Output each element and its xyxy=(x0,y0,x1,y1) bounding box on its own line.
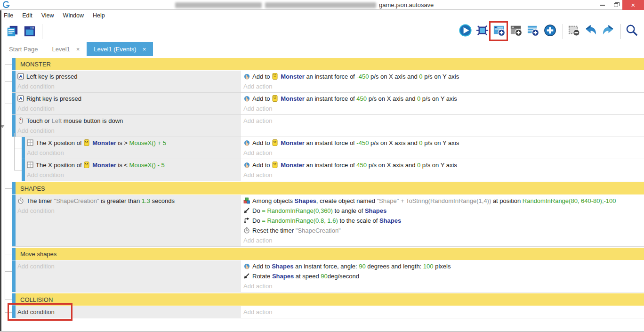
menu-help[interactable]: Help xyxy=(93,12,105,19)
group-header[interactable]: MONSTER xyxy=(16,58,644,70)
redo-button[interactable] xyxy=(600,24,615,40)
condition-line[interactable]: Touch or Left mouse button is down xyxy=(17,116,240,126)
tab-level1-events-[interactable]: Level1 (Events)× xyxy=(87,42,153,56)
tab-close-icon[interactable]: × xyxy=(76,46,80,53)
add-condition-button[interactable]: Add condition xyxy=(17,104,240,113)
debug-button[interactable] xyxy=(475,24,490,40)
redo-icon xyxy=(601,24,615,39)
minimize-button[interactable] xyxy=(596,0,609,10)
expression: 100 xyxy=(423,263,434,270)
action-line[interactable]: Do = RandomInRange(0,360) to angle of Sh… xyxy=(243,206,644,216)
actions-column: Add action xyxy=(241,306,644,318)
condition-line[interactable]: ALeft key is pressed xyxy=(17,72,240,81)
expression: 450 xyxy=(356,95,367,102)
scene-editor-icon[interactable] xyxy=(22,24,37,40)
add-condition-button[interactable]: Add condition xyxy=(27,170,240,180)
event-color-bar xyxy=(12,93,16,114)
svg-text:A: A xyxy=(19,96,23,101)
event-row: ARight key is pressedAdd conditionAdd to… xyxy=(12,93,644,115)
group-header[interactable]: COLLISION xyxy=(16,293,644,306)
timer-icon xyxy=(243,227,250,234)
add-condition-button[interactable]: Add condition xyxy=(17,307,240,317)
monster-object-icon xyxy=(272,73,278,80)
tab-label: Level1 xyxy=(52,46,70,53)
action-line[interactable]: Add to Monster an instant force of 450 p… xyxy=(243,94,644,104)
menu-view[interactable]: View xyxy=(41,12,54,19)
condition-line[interactable]: ARight key is pressed xyxy=(17,94,240,104)
event-color-bar xyxy=(12,248,16,260)
action-line[interactable]: Add to Shapes an instant force, angle: 9… xyxy=(243,261,644,271)
add-action-button[interactable]: Add action xyxy=(243,235,644,245)
add-action-button[interactable]: Add action xyxy=(243,170,644,180)
actions-column: Add action xyxy=(241,115,644,137)
add-action-button[interactable]: Add action xyxy=(243,81,644,91)
group-header[interactable]: SHAPES xyxy=(16,182,644,194)
add-condition-button[interactable]: Add condition xyxy=(17,206,240,216)
toolbar xyxy=(0,21,644,42)
toolbar-separator xyxy=(620,24,621,39)
text: an instant force of xyxy=(305,139,357,146)
force-hand-icon xyxy=(243,139,250,146)
group-header[interactable]: Move shapes xyxy=(16,248,644,260)
object-name: Shapes xyxy=(295,197,316,204)
tab-label: Level1 (Events) xyxy=(94,46,136,53)
action-line[interactable]: Add to Monster an instant force of 450 p… xyxy=(243,160,644,170)
menu-file[interactable]: File xyxy=(4,12,13,19)
add-subevent-button[interactable] xyxy=(508,24,523,40)
add-condition-button[interactable]: Add condition xyxy=(17,81,240,91)
action-line[interactable]: Reset the timer "ShapeCreation" xyxy=(243,226,644,235)
condition-line[interactable]: The timer "ShapeCreation" is greater tha… xyxy=(17,196,240,206)
text: Rotate xyxy=(252,273,272,280)
add-action-button[interactable]: Add action xyxy=(243,307,644,317)
undo-button[interactable] xyxy=(583,24,598,40)
condition-line[interactable]: The X position of Monster is < MouseX() … xyxy=(27,160,240,170)
action-line[interactable]: Rotate Shapes at speed 90deg/second xyxy=(243,271,644,281)
tree-stub xyxy=(14,148,22,148)
menu-edit[interactable]: Edit xyxy=(22,12,32,19)
action-line[interactable]: Add to Monster an instant force of -450 … xyxy=(243,72,644,81)
action-line[interactable]: Add to Monster an instant force of -450 … xyxy=(243,138,644,148)
expression: = RandomInRange(0,360) xyxy=(262,207,333,214)
maximize-button[interactable] xyxy=(609,0,622,10)
add-action-button[interactable]: Add action xyxy=(243,148,644,158)
tree-stub xyxy=(5,254,12,254)
event-color-bar xyxy=(12,71,16,92)
project-manager-icon[interactable] xyxy=(5,24,20,40)
condition-line[interactable]: The X position of Monster is > MouseX() … xyxy=(27,138,240,148)
tab-start-page[interactable]: Start Page xyxy=(2,42,45,56)
add-condition-button[interactable]: Add condition xyxy=(17,126,240,136)
add-condition-button[interactable]: Add condition xyxy=(27,148,240,158)
add-comment-button[interactable] xyxy=(525,24,540,40)
object-name: Monster xyxy=(281,95,305,102)
action-line[interactable]: Do = RandomInRange(0.8, 1.6) to the scal… xyxy=(243,216,644,226)
event-group: SHAPES xyxy=(12,182,644,194)
object-name: Shapes xyxy=(272,263,293,270)
event-group: MONSTER xyxy=(12,58,644,70)
play-button[interactable] xyxy=(458,24,473,40)
close-button[interactable]: × xyxy=(622,0,644,10)
add-condition-button[interactable]: Add condition xyxy=(17,261,240,271)
tree-spine xyxy=(5,64,5,312)
action-line[interactable]: Among objects Shapes, create object name… xyxy=(243,196,644,206)
text: Do xyxy=(252,217,262,224)
add-action-button[interactable]: Add action xyxy=(243,281,644,291)
tree-stub xyxy=(14,170,22,170)
toolbar-separator xyxy=(42,24,42,39)
search-button[interactable] xyxy=(624,24,639,40)
text: an instant force of xyxy=(305,95,357,102)
text: at position xyxy=(491,197,523,204)
menubar: FileEditViewWindowHelp xyxy=(0,10,644,21)
text: p/s on X axis and xyxy=(367,162,417,169)
add-action-button[interactable]: Add action xyxy=(243,116,644,126)
add-action-button[interactable]: Add action xyxy=(243,104,644,113)
add-circle-button[interactable] xyxy=(542,24,557,40)
event-row: Add conditionAdd to Shapes an instant fo… xyxy=(12,260,644,292)
menu-window[interactable]: Window xyxy=(63,12,84,19)
actions-column: Add to Shapes an instant force, angle: 9… xyxy=(241,260,644,292)
text: Touch or xyxy=(26,117,51,124)
text: is greater than xyxy=(99,197,141,204)
tab-close-icon[interactable]: × xyxy=(143,46,146,53)
tab-level1[interactable]: Level1× xyxy=(45,42,87,56)
add-event-button[interactable] xyxy=(491,24,507,40)
remove-strip-button[interactable] xyxy=(566,24,581,40)
